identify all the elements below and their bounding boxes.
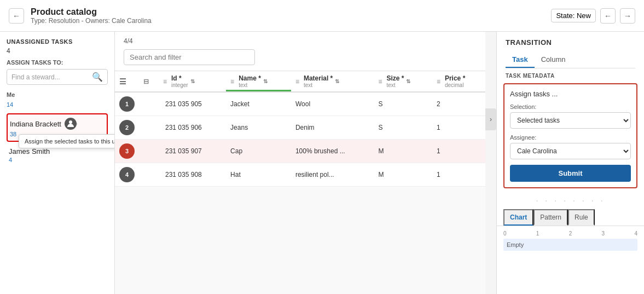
state-dropdown[interactable]: State: New — [551, 9, 596, 22]
cell-name-4: Hat — [226, 163, 291, 187]
right-panel: TRANSITION Task Column TASK METADATA Ass… — [496, 32, 644, 294]
search-icon: 🔍 — [92, 72, 103, 82]
menu-icon-material: ≡ — [295, 78, 299, 85]
top-header: ← Product catalog Type: Resolution - Own… — [0, 0, 644, 32]
selection-select[interactable]: Selected tasks All tasks Filtered tasks — [510, 112, 631, 129]
left-sidebar: UNASSIGNED TASKS 4 ASSIGN TASKS TO: Find… — [0, 32, 115, 294]
table-row[interactable]: 3 231 035 907 Cap 100% brushed ... M 1 — [115, 140, 485, 163]
unassigned-tasks-title: UNASSIGNED TASKS — [7, 38, 108, 45]
tab-pattern[interactable]: Pattern — [533, 209, 568, 226]
row-number-1: 1 — [119, 96, 135, 112]
cell-price-2: 1 — [432, 116, 485, 140]
cell-name-2: Jeans — [226, 116, 291, 140]
separator: · · · · · · · · — [497, 193, 644, 209]
tab-rule[interactable]: Rule — [568, 209, 595, 226]
row-number-4: 4 — [119, 167, 135, 182]
selection-label: Selection: — [510, 103, 631, 110]
table-row[interactable]: 2 231 035 906 Jeans Denim S 1 — [115, 116, 485, 140]
col-material-type: text — [304, 82, 333, 88]
chart-bar-label: Empty — [507, 241, 524, 248]
col-size: ≡ Size * text ⇅ — [374, 71, 432, 92]
assign-tasks-label: ASSIGN TASKS TO: — [7, 59, 108, 66]
cell-price-3: 1 — [432, 140, 485, 163]
assign-tasks-box: Assign tasks ... Selection: Selected tas… — [503, 83, 637, 188]
sort-name-icon[interactable]: ⇅ — [263, 78, 268, 84]
col-name-label: Name * — [239, 74, 261, 82]
steward-search[interactable]: Find a steward... 🔍 — [7, 69, 108, 85]
menu-icon-id: ≡ — [163, 78, 167, 85]
col-id: ≡ Id * integer ⇅ — [159, 71, 226, 92]
tab-column[interactable]: Column — [535, 52, 572, 68]
cell-material-3: 100% brushed ... — [291, 140, 374, 163]
sort-material-icon[interactable]: ⇅ — [335, 78, 339, 84]
col-id-type: integer — [171, 82, 188, 88]
me-count: 14 — [7, 101, 108, 108]
cell-size-4: M — [374, 163, 432, 187]
center-content: 4/4 ☰ ⊟ — [115, 32, 485, 294]
table-row[interactable]: 1 231 035 905 Jacket Wool S 2 — [115, 92, 485, 116]
menu-icon: ☰ — [119, 77, 126, 86]
menu-icon-name: ≡ — [230, 78, 234, 85]
cell-size-1: S — [374, 92, 432, 116]
prev-button[interactable]: ← — [600, 8, 616, 24]
record-count: 4/4 — [124, 37, 477, 45]
cell-material-4: resilient pol... — [291, 163, 374, 187]
col-price-label: Price * — [445, 74, 465, 82]
cell-id-1: 231 035 905 — [159, 92, 226, 116]
page-subtitle: Type: Resolution - Owners: Cale Carolina — [31, 17, 152, 25]
chart-bar: Empty — [503, 239, 637, 251]
assign-tooltip: Assign the selected tasks to this user — [19, 134, 115, 148]
tab-chart[interactable]: Chart — [503, 209, 533, 226]
row-number-3: 3 — [119, 143, 135, 159]
row-number-2: 2 — [119, 120, 135, 135]
assign-user-icon: ← — [65, 118, 77, 130]
col-name-type: text — [239, 82, 261, 88]
cell-material-1: Wool — [291, 92, 374, 116]
sort-size-icon[interactable]: ⇅ — [406, 78, 410, 84]
back-button[interactable]: ← — [9, 8, 24, 24]
menu-icon-size: ≡ — [378, 78, 382, 85]
assign-tasks-heading: Assign tasks ... — [510, 90, 631, 98]
col-size-label: Size * — [386, 74, 404, 82]
transition-title: TRANSITION — [506, 38, 635, 47]
sort-id-icon[interactable]: ⇅ — [190, 78, 195, 84]
transition-header: TRANSITION Task Column — [497, 32, 644, 68]
col-name: ≡ Name * text ⇅ — [226, 71, 291, 92]
cell-price-1: 2 — [432, 92, 485, 116]
data-table-container: ☰ ⊟ ≡ Id * integer — [115, 71, 485, 294]
table-row[interactable]: 4 231 035 908 Hat resilient pol... M 1 — [115, 163, 485, 187]
collapse-panel-button[interactable]: › — [485, 108, 496, 130]
cell-id-4: 231 035 908 — [159, 163, 226, 187]
col-material-label: Material * — [304, 74, 333, 82]
user-name-indiana: Indiana Brackett ← — [10, 118, 105, 130]
tab-row: Task Column — [506, 52, 635, 68]
cell-price-4: 1 — [432, 163, 485, 187]
unassigned-count: 4 — [7, 47, 108, 55]
chart-area: 0 1 2 3 4 Empty — [497, 226, 644, 294]
cell-size-3: M — [374, 140, 432, 163]
chart-axis: 0 1 2 3 4 — [503, 230, 637, 237]
search-input[interactable] — [124, 49, 255, 65]
menu-icon-price: ≡ — [437, 78, 440, 85]
data-table: ☰ ⊟ ≡ Id * integer — [115, 71, 485, 187]
user-name-james: James Smith — [9, 147, 106, 155]
james-count: 4 — [9, 157, 106, 163]
assignee-select[interactable]: Cale Carolina Indiana Brackett James Smi… — [510, 143, 631, 159]
cell-material-2: Denim — [291, 116, 374, 140]
column-toggle-icon[interactable]: ⊟ — [143, 78, 149, 85]
axis-4: 4 — [634, 230, 637, 237]
header-title: Product catalog Type: Resolution - Owner… — [31, 7, 152, 25]
center-toolbar: 4/4 — [115, 32, 485, 71]
page-title: Product catalog — [31, 7, 152, 17]
col-price-type: decimal — [445, 82, 465, 88]
col-price: ≡ Price * decimal — [432, 71, 485, 92]
steward-placeholder: Find a steward... — [11, 73, 89, 81]
tab-task[interactable]: Task — [506, 52, 535, 68]
cell-name-1: Jacket — [226, 92, 291, 116]
axis-3: 3 — [602, 230, 605, 237]
user-indiana-brackett[interactable]: Indiana Brackett ← 38 Assign the selecte… — [7, 113, 108, 142]
next-button[interactable]: → — [620, 8, 635, 24]
col-id-label: Id * — [171, 74, 182, 82]
cell-id-2: 231 035 906 — [159, 116, 226, 140]
submit-button[interactable]: Submit — [510, 165, 631, 182]
